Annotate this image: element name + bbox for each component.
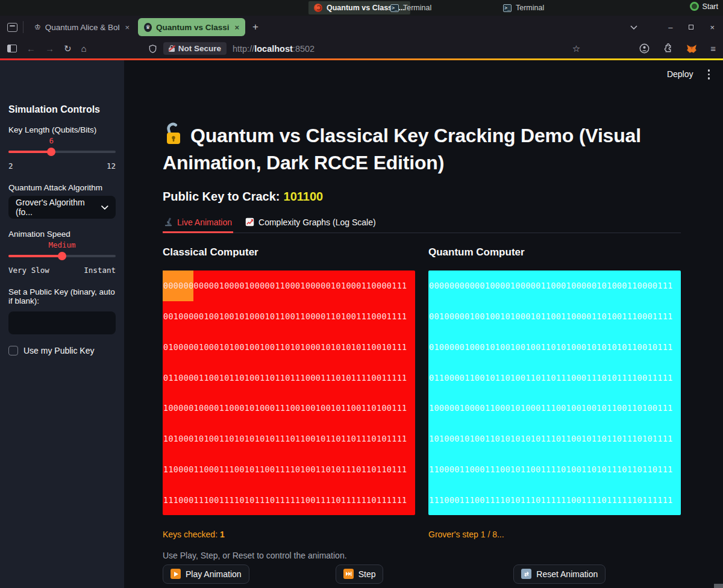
microscope-icon: [164, 217, 173, 227]
speed-label: Animation Speed: [8, 230, 116, 239]
sidebar-toggle-icon[interactable]: [7, 45, 17, 52]
os-taskbar: Quantum vs Classic... >_ Terminal >_ Ter…: [0, 0, 723, 16]
binary-key-text: 0100000100010100100100110101000101010101…: [429, 342, 673, 352]
public-key-value: 101100: [284, 190, 324, 203]
step-button[interactable]: Step: [336, 565, 384, 584]
classical-binary-row: 0000000000010000100000110001000001010001…: [163, 271, 415, 301]
slider-min-label: Very Slow: [8, 266, 49, 275]
slider-thumb[interactable]: [47, 148, 55, 156]
classical-binary-row: 1100001100011100101100111101001101011101…: [163, 454, 415, 484]
page-title: Quantum vs Classical Key Cracking Demo (…: [163, 122, 681, 177]
public-key-input-label: Set a Public Key (binary, auto if blank)…: [8, 287, 116, 305]
taskbar-terminal-2[interactable]: >_ Terminal: [503, 2, 544, 14]
quantum-binary-row: 1010001010011010101010111011001011011011…: [428, 424, 681, 454]
bookmark-star-icon[interactable]: ☆: [572, 43, 580, 54]
back-button[interactable]: ←: [27, 43, 36, 54]
quantum-computer-heading: Quantum Computer: [428, 246, 681, 258]
classical-grid: 0000000000010000100000110001000001010001…: [163, 271, 415, 515]
url-bar[interactable]: Not Secure http://localhost:8502: [148, 42, 563, 55]
checkbox-box[interactable]: [8, 346, 18, 355]
new-tab-button[interactable]: +: [252, 21, 258, 33]
binary-key-text: 1010001010011010101010111011001011011011…: [429, 434, 673, 443]
binary-key-text: 1110001110011110101110111111001111011111…: [429, 495, 673, 505]
browser-tab-bar: ♔ Quantum Alice & Bob × ♛ Quantum vs Cla…: [0, 16, 723, 39]
quantum-binary-row: 0010000010010010100010110011000011010011…: [428, 301, 681, 332]
not-secure-badge[interactable]: Not Secure: [163, 42, 227, 55]
taskbar-terminal-label: Terminal: [403, 4, 431, 12]
key-length-label: Key Length (Qubits/Bits): [8, 125, 116, 134]
taskbar-terminal-1[interactable]: >_ Terminal: [390, 2, 431, 14]
tab-close-icon[interactable]: ×: [124, 23, 130, 32]
tab-list-chevron-icon[interactable]: [630, 25, 637, 30]
tab-title: Quantum vs Classical: [156, 23, 229, 32]
button-label: Play Animation: [186, 569, 242, 579]
tab-close-icon[interactable]: ×: [233, 23, 239, 32]
start-button[interactable]: Start: [690, 2, 718, 11]
classical-computer-heading: Classical Computer: [163, 246, 415, 258]
binary-key-text: 1000001000011000101000111001001001011001…: [429, 403, 673, 413]
play-animation-button[interactable]: Play Animation: [163, 565, 249, 584]
taskbar-terminal-label: Terminal: [516, 4, 544, 12]
button-label: Reset Animation: [536, 569, 598, 579]
browser-tab-inactive[interactable]: ♔ Quantum Alice & Bob ×: [28, 18, 136, 36]
reset-animation-button[interactable]: Reset Animation: [513, 565, 606, 584]
classical-binary-row: 0010000010010010100010110011000011010011…: [163, 301, 415, 332]
controls-caption: Use Play, Step, or Reset to control the …: [163, 551, 681, 560]
window-maximize-button[interactable]: [689, 25, 693, 30]
repeat-icon: [521, 569, 531, 579]
quantum-binary-row: 0100000100010100100100110101000101010101…: [428, 331, 681, 362]
classical-binary-row: 1000001000011000101000111001001001011001…: [163, 393, 415, 424]
tab-favicon: ♛: [144, 23, 152, 32]
menu-hamburger-icon[interactable]: ≡: [710, 43, 716, 54]
public-key-input[interactable]: [8, 311, 116, 334]
tab-label: Complexity Graphs (Log Scale): [258, 217, 376, 227]
slider-thumb[interactable]: [58, 252, 66, 260]
quantum-grid: 0000000000010000100000110001000001010001…: [428, 271, 681, 515]
binary-key-text: 0010000010010010100010110011000011010011…: [163, 311, 407, 321]
window-minimize-button[interactable]: –: [668, 23, 672, 32]
binary-key-text: 0000000000010000100000110001000001010001…: [429, 281, 673, 290]
open-lock-icon: [163, 122, 184, 146]
browser-toolbar: ← → ↻ ⌂ Not Secure http://localhost:8502…: [0, 39, 723, 58]
classical-binary-row: 0110000110010110100110110111000111010111…: [163, 362, 415, 393]
forward-button[interactable]: →: [45, 43, 54, 54]
tab-live-animation[interactable]: Live Animation: [163, 215, 233, 233]
binary-key-text: 0010000010010010100010110011000011010011…: [429, 311, 673, 321]
key-length-slider[interactable]: 6: [8, 148, 116, 156]
window-close-button[interactable]: ×: [710, 23, 715, 32]
home-button[interactable]: ⌂: [81, 43, 87, 54]
tab-complexity-graphs[interactable]: Complexity Graphs (Log Scale): [244, 215, 377, 233]
divider: [23, 21, 23, 33]
app-menu-kebab-icon[interactable]: [707, 68, 712, 81]
shield-icon[interactable]: [148, 44, 157, 54]
terminal-icon: >_: [390, 4, 399, 12]
slider-max-label: Instant: [84, 266, 116, 275]
algorithm-select[interactable]: Grover's Algorithm (fo...: [8, 196, 116, 219]
chart-increasing-icon: [245, 217, 254, 227]
slider-value: Medium: [48, 240, 75, 249]
tab-archive-icon[interactable]: [7, 23, 17, 32]
classical-binary-row: 1110001110011110101110111111001111011111…: [163, 484, 415, 515]
browser-tab-active[interactable]: ♛ Quantum vs Classical ×: [138, 18, 245, 36]
reload-button[interactable]: ↻: [64, 43, 72, 54]
scrollbar-corner[interactable]: [714, 584, 723, 588]
not-secure-label: Not Secure: [178, 44, 221, 53]
account-icon[interactable]: [639, 43, 649, 54]
public-key-label: Public Key to Crack:: [163, 190, 280, 203]
use-public-key-checkbox[interactable]: Use my Public Key: [8, 346, 116, 355]
quantum-binary-row: 1000001000011000101000111001001001011001…: [428, 393, 681, 424]
algorithm-selected-value: Grover's Algorithm (fo...: [16, 198, 101, 217]
button-label: Step: [358, 569, 376, 579]
extensions-puzzle-icon[interactable]: [663, 43, 673, 54]
binary-key-text: 1010001010011010101010111011001011011011…: [163, 434, 407, 443]
chevron-down-icon: [101, 205, 108, 210]
binary-key-text: 0000000000010000100000110001000001010001…: [163, 281, 407, 290]
main-content: Deploy Quantum vs Classical Key Cracking…: [124, 60, 723, 588]
classical-binary-row: 1010001010011010101010111011001011011011…: [163, 424, 415, 454]
speed-slider[interactable]: Medium: [8, 252, 116, 260]
binary-key-text: 1000001000011000101000111001001001011001…: [163, 403, 407, 413]
fox-extension-icon[interactable]: [686, 44, 697, 54]
terminal-icon: >_: [503, 4, 512, 12]
deploy-button[interactable]: Deploy: [667, 69, 693, 79]
binary-key-text: 0100000100010100100100110101000101010101…: [163, 342, 407, 352]
